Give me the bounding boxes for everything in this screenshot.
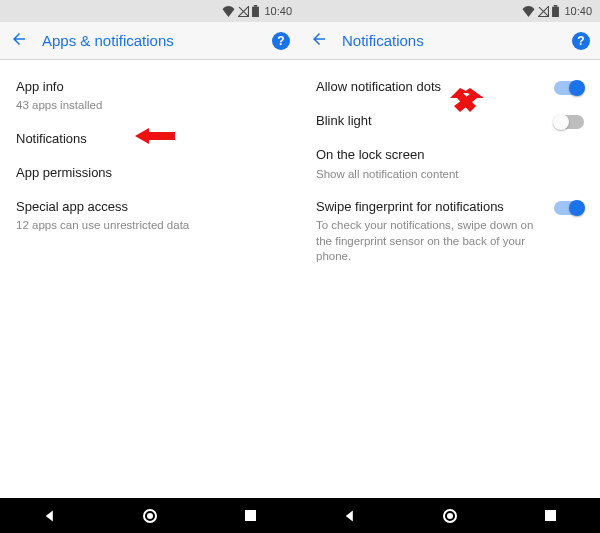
help-icon[interactable]: ? <box>272 32 290 50</box>
row-title: Notifications <box>16 130 284 148</box>
app-bar: Notifications ? <box>300 22 600 60</box>
nav-back-icon[interactable] <box>33 499 67 533</box>
toggle-switch[interactable] <box>554 81 584 95</box>
nav-back-icon[interactable] <box>333 499 367 533</box>
row-title: App info <box>16 78 284 96</box>
nav-recent-icon[interactable] <box>533 499 567 533</box>
svg-rect-8 <box>553 7 560 17</box>
page-title: Apps & notifications <box>42 32 272 49</box>
screen-apps-notifications: 10:40 Apps & notifications ? App info 43… <box>0 0 300 533</box>
row-title: App permissions <box>16 164 284 182</box>
svg-rect-1 <box>253 7 260 17</box>
app-bar: Apps & notifications ? <box>0 22 300 60</box>
battery-icon <box>552 5 559 17</box>
row-notifications[interactable]: Notifications <box>0 122 300 156</box>
svg-rect-9 <box>554 5 557 7</box>
battery-icon <box>252 5 259 17</box>
status-bar: 10:40 <box>300 0 600 22</box>
screen-notifications: 10:40 Notifications ? Allow notification… <box>300 0 600 533</box>
navigation-bar <box>300 498 600 533</box>
row-special-app-access[interactable]: Special app access 12 apps can use unres… <box>0 190 300 242</box>
svg-rect-2 <box>254 5 257 7</box>
row-title: Allow notification dots <box>316 78 546 96</box>
row-subtitle: To check your notifications, swipe down … <box>316 218 546 265</box>
row-subtitle: 43 apps installed <box>16 98 284 114</box>
svg-rect-15 <box>545 510 556 521</box>
row-app-permissions[interactable]: App permissions <box>0 156 300 190</box>
nav-recent-icon[interactable] <box>233 499 267 533</box>
help-icon[interactable]: ? <box>572 32 590 50</box>
nav-home-icon[interactable] <box>433 499 467 533</box>
wifi-icon <box>522 6 535 17</box>
row-subtitle: Show all notification content <box>316 167 584 183</box>
svg-rect-6 <box>245 510 256 521</box>
row-blink-light[interactable]: Blink light <box>300 104 600 138</box>
row-on-lock-screen[interactable]: On the lock screen Show all notification… <box>300 138 600 190</box>
wifi-icon <box>222 6 235 17</box>
svg-point-14 <box>447 513 453 519</box>
settings-list: Allow notification dots Blink light On t… <box>300 60 600 498</box>
back-icon[interactable] <box>310 30 328 51</box>
status-time: 10:40 <box>564 5 592 17</box>
row-title: On the lock screen <box>316 146 584 164</box>
svg-point-5 <box>147 513 153 519</box>
row-title: Blink light <box>316 112 546 130</box>
row-title: Swipe fingerprint for notifications <box>316 198 546 216</box>
row-app-info[interactable]: App info 43 apps installed <box>0 70 300 122</box>
settings-list: App info 43 apps installed Notifications… <box>0 60 300 498</box>
signal-icon <box>538 6 549 17</box>
row-subtitle: 12 apps can use unrestricted data <box>16 218 284 234</box>
signal-icon <box>238 6 249 17</box>
status-time: 10:40 <box>264 5 292 17</box>
nav-home-icon[interactable] <box>133 499 167 533</box>
toggle-switch[interactable] <box>554 201 584 215</box>
row-allow-notification-dots[interactable]: Allow notification dots <box>300 70 600 104</box>
toggle-switch[interactable] <box>554 115 584 129</box>
page-title: Notifications <box>342 32 572 49</box>
row-swipe-fingerprint[interactable]: Swipe fingerprint for notifications To c… <box>300 190 600 273</box>
status-bar: 10:40 <box>0 0 300 22</box>
navigation-bar <box>0 498 300 533</box>
row-title: Special app access <box>16 198 284 216</box>
back-icon[interactable] <box>10 30 28 51</box>
